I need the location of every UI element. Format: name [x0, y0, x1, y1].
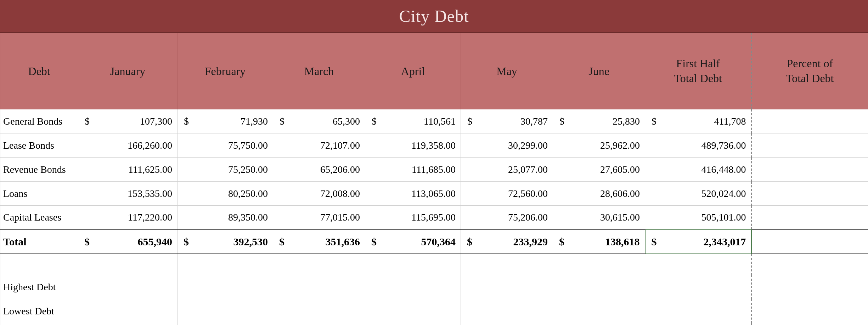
row-march: 72,107.00: [273, 133, 365, 158]
row-june: 30,615.00: [553, 206, 645, 230]
row-june: 28,606.00: [553, 182, 645, 206]
row-label: Loans: [0, 182, 78, 206]
row-may: $30,787: [461, 109, 553, 133]
row-april: 113,065.00: [365, 182, 461, 206]
row-april: 111,685.00: [365, 158, 461, 182]
misc-row-label: Highest Debt: [0, 275, 78, 299]
row-january: 166,260.00: [78, 133, 177, 158]
row-percent: [751, 182, 868, 206]
row-january: $107,300: [78, 109, 177, 133]
row-percent: [751, 109, 868, 133]
row-label: General Bonds: [0, 109, 78, 133]
row-march: 77,015.00: [273, 206, 365, 230]
title: City Debt: [0, 0, 868, 33]
row-march: 65,206.00: [273, 158, 365, 182]
row-february: 89,350.00: [177, 206, 273, 230]
row-label: Revenue Bonds: [0, 158, 78, 182]
row-first_half: 520,024.00: [645, 182, 751, 206]
may-column-header: May: [461, 33, 553, 109]
row-first_half: 505,101.00: [645, 206, 751, 230]
row-january: 153,535.00: [78, 182, 177, 206]
march-column-header: March: [273, 33, 365, 109]
empty-row: [0, 254, 868, 275]
row-february: $71,930: [177, 109, 273, 133]
row-percent: [751, 133, 868, 158]
row-first_half: $2,343,017: [645, 230, 751, 254]
table-row: Capital Leases117,220.0089,350.0077,015.…: [0, 206, 868, 230]
misc-row: Highest Debt: [0, 275, 868, 299]
table-row: Lease Bonds166,260.0075,750.0072,107.001…: [0, 133, 868, 158]
row-april: $570,364: [365, 230, 461, 254]
row-percent: [751, 230, 868, 254]
percent-column-header: Percent ofTotal Debt: [751, 33, 868, 109]
row-may: 75,206.00: [461, 206, 553, 230]
row-february: $392,530: [177, 230, 273, 254]
row-first_half: 489,736.00: [645, 133, 751, 158]
row-april: 119,358.00: [365, 133, 461, 158]
january-column-header: January: [78, 33, 177, 109]
debt-column-header: Debt: [0, 33, 78, 109]
row-may: 25,077.00: [461, 158, 553, 182]
row-january: 111,625.00: [78, 158, 177, 182]
row-may: 30,299.00: [461, 133, 553, 158]
row-february: 75,750.00: [177, 133, 273, 158]
row-label: Total: [0, 230, 78, 254]
header-row: Debt January February March April May Ju…: [0, 33, 868, 109]
row-january: 117,220.00: [78, 206, 177, 230]
row-january: $655,940: [78, 230, 177, 254]
misc-row-label: Lowest Debt: [0, 299, 78, 323]
table-row: Loans153,535.0080,250.0072,008.00113,065…: [0, 182, 868, 206]
row-percent: [751, 158, 868, 182]
row-february: 75,250.00: [177, 158, 273, 182]
row-first_half: $411,708: [645, 109, 751, 133]
row-may: 72,560.00: [461, 182, 553, 206]
misc-row-label: Average Debt: [0, 323, 78, 325]
row-label: Capital Leases: [0, 206, 78, 230]
row-february: 80,250.00: [177, 182, 273, 206]
row-march: $65,300: [273, 109, 365, 133]
spreadsheet-container: City Debt Debt January February March Ap…: [0, 0, 868, 325]
row-march: 72,008.00: [273, 182, 365, 206]
misc-row: Average Debt: [0, 323, 868, 325]
row-march: $351,636: [273, 230, 365, 254]
february-column-header: February: [177, 33, 273, 109]
row-percent: [751, 206, 868, 230]
row-label: Lease Bonds: [0, 133, 78, 158]
row-april: $110,561: [365, 109, 461, 133]
row-june: $25,830: [553, 109, 645, 133]
april-column-header: April: [365, 33, 461, 109]
row-may: $233,929: [461, 230, 553, 254]
row-first_half: 416,448.00: [645, 158, 751, 182]
misc-row: Lowest Debt: [0, 299, 868, 323]
row-june: 27,605.00: [553, 158, 645, 182]
table-row: General Bonds$107,300$71,930$65,300$110,…: [0, 109, 868, 133]
june-column-header: June: [553, 33, 645, 109]
row-june: 25,962.00: [553, 133, 645, 158]
row-june: $138,618: [553, 230, 645, 254]
total-row: Total$655,940$392,530$351,636$570,364$23…: [0, 230, 868, 254]
first-half-column-header: First HalfTotal Debt: [645, 33, 751, 109]
row-april: 115,695.00: [365, 206, 461, 230]
table-row: Revenue Bonds111,625.0075,250.0065,206.0…: [0, 158, 868, 182]
